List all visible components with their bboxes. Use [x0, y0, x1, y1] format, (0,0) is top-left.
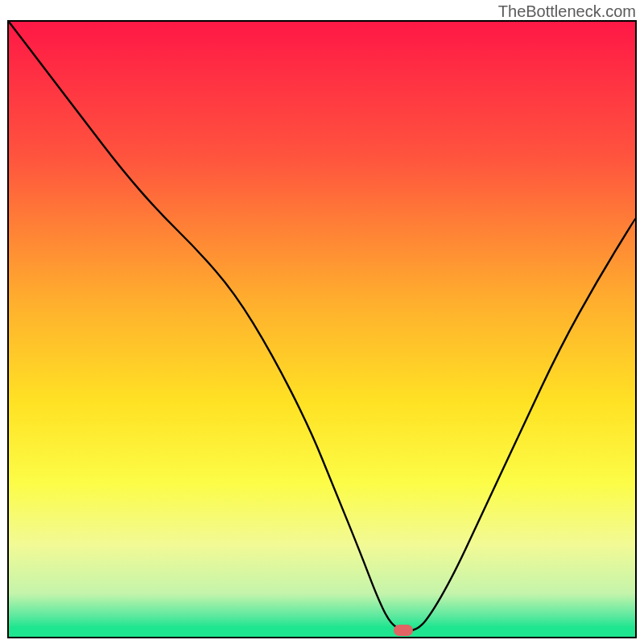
optimum-marker	[394, 625, 413, 636]
plot-area	[9, 22, 635, 637]
svg-rect-0	[9, 22, 635, 637]
gradient-background	[9, 22, 635, 637]
watermark-text: TheBottleneck.com	[498, 2, 636, 21]
chart-frame	[7, 20, 637, 638]
